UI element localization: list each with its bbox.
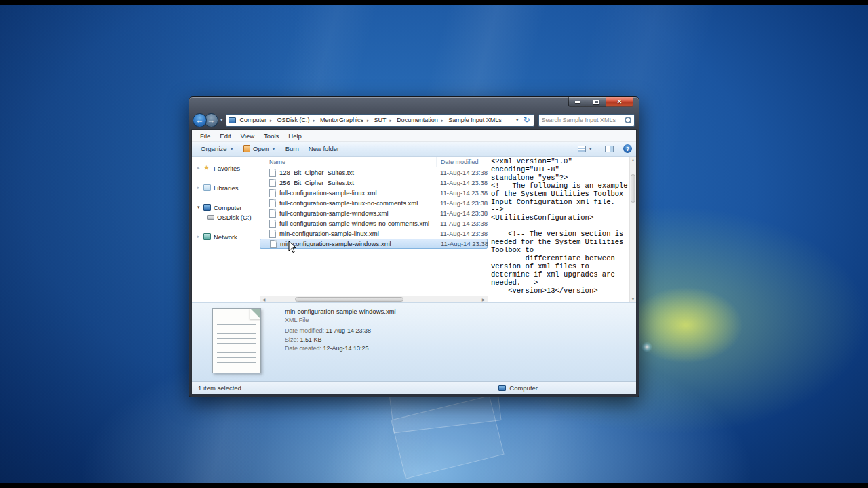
chevron-down-icon[interactable]: ▾	[197, 205, 203, 210]
explorer-window: ← → ▾ Computer OSDisk (C:) MentorGraphic…	[189, 96, 639, 397]
menu-tools[interactable]: Tools	[259, 131, 283, 140]
breadcrumb-item-mentorgraphics[interactable]: MentorGraphics	[319, 116, 373, 124]
folder-location-icon	[229, 117, 236, 123]
file-icon	[269, 179, 276, 187]
scroll-left-icon[interactable]: ◀	[260, 297, 268, 302]
search-input[interactable]	[542, 117, 623, 123]
sidebar-item-osdisk[interactable]: OSDisk (C:)	[192, 212, 260, 222]
details-label: Size:	[285, 336, 298, 343]
file-date: 11-Aug-14 23:38	[437, 240, 488, 247]
breadcrumb: Computer OSDisk (C:) MentorGraphics SUT …	[239, 116, 513, 124]
preview-text: <?xml version="1.0" encoding="UTF-8" sta…	[488, 157, 629, 302]
file-name: full-configuration-sample-linux.xml	[279, 189, 436, 197]
details-value: 12-Aug-14 13:25	[323, 345, 369, 352]
address-dropdown-icon[interactable]: ▾	[513, 117, 521, 123]
help-icon[interactable]	[623, 144, 632, 153]
file-row[interactable]: full-configuration-sample-linux.xml 11-A…	[260, 188, 488, 198]
scrollbar-thumb[interactable]	[631, 174, 635, 203]
scroll-right-icon[interactable]: ▶	[479, 297, 488, 302]
minimize-button[interactable]	[568, 97, 587, 107]
new-folder-button[interactable]: New folder	[304, 144, 344, 154]
sidebar-item-favorites[interactable]: ▸ Favorites	[192, 163, 260, 173]
search-box	[538, 114, 635, 127]
menu-view[interactable]: View	[236, 131, 259, 140]
chevron-right-icon[interactable]: ▸	[197, 185, 203, 190]
chevron-down-icon[interactable]: ▼	[589, 146, 593, 151]
libraries-icon	[203, 184, 211, 191]
breadcrumb-item-sut[interactable]: SUT	[373, 116, 396, 124]
chevron-right-icon[interactable]: ▸	[197, 165, 203, 171]
back-button[interactable]: ←	[193, 113, 207, 127]
column-header-date-modified[interactable]: Date modified	[436, 157, 488, 167]
file-row[interactable]: 128_Bit_Cipher_Suites.txt 11-Aug-14 23:3…	[260, 167, 488, 178]
sidebar-item-libraries[interactable]: ▸ Libraries	[192, 183, 260, 192]
content-area: ▸ Favorites ▸ Libraries ▾ Compute	[192, 157, 636, 302]
scroll-down-icon[interactable]: ▼	[630, 296, 636, 302]
file-row[interactable]: full-configuration-sample-windows-no-com…	[260, 218, 488, 228]
file-row[interactable]: 256_Bit_Cipher_Suites.txt 11-Aug-14 23:3…	[260, 178, 488, 188]
menu-file[interactable]: File	[195, 131, 215, 140]
caption-buttons	[568, 97, 633, 107]
title-bar[interactable]	[189, 97, 639, 112]
navigation-pane: ▸ Favorites ▸ Libraries ▾ Compute	[192, 157, 260, 302]
file-date: 11-Aug-14 23:38	[436, 230, 488, 237]
change-view-icon[interactable]	[578, 146, 586, 152]
preview-pane: <?xml version="1.0" encoding="UTF-8" sta…	[488, 157, 629, 302]
file-name: full-configuration-sample-windows-no-com…	[279, 220, 436, 227]
sidebar-item-network[interactable]: ▸ Network	[192, 232, 260, 241]
breadcrumb-item-sample-input-xmls[interactable]: Sample Input XMLs	[447, 116, 503, 124]
preview-pane-toggle-icon[interactable]	[605, 146, 614, 152]
burn-button[interactable]: Burn	[281, 144, 304, 154]
scrollbar-thumb[interactable]	[295, 297, 403, 302]
vertical-scrollbar[interactable]: ▲ ▼	[629, 157, 636, 302]
file-date: 11-Aug-14 23:38	[436, 179, 488, 186]
sidebar-label: Computer	[214, 204, 242, 211]
file-icon	[269, 230, 276, 238]
file-row[interactable]: full-configuration-sample-windows.xml 11…	[260, 208, 488, 218]
breadcrumb-item-documentation[interactable]: Documentation	[395, 116, 447, 124]
file-name: 128_Bit_Cipher_Suites.txt	[279, 169, 436, 176]
menu-bar: File Edit View Tools Help	[192, 130, 636, 142]
details-value: 11-Aug-14 23:38	[326, 327, 371, 334]
file-name: min-configuration-sample-windows.xml	[280, 240, 437, 247]
close-button[interactable]	[606, 97, 633, 107]
favorites-star-icon	[203, 165, 211, 171]
open-button[interactable]: Open ▼	[239, 144, 281, 154]
status-location-label: Computer	[509, 384, 538, 392]
status-bar: 1 item selected Computer	[192, 381, 636, 394]
maximize-button[interactable]	[587, 97, 606, 107]
address-bar[interactable]: Computer OSDisk (C:) MentorGraphics SUT …	[226, 114, 534, 127]
organize-button[interactable]: Organize ▼	[196, 144, 239, 154]
file-date: 11-Aug-14 23:38	[436, 199, 488, 207]
maximize-icon	[593, 100, 599, 104]
sidebar-item-computer[interactable]: ▾ Computer	[192, 203, 260, 212]
refresh-icon[interactable]: ↻	[521, 115, 532, 125]
column-header-name[interactable]: Name	[260, 157, 436, 167]
breadcrumb-item-computer[interactable]: Computer	[239, 116, 276, 124]
details-filetype: XML File	[285, 317, 396, 323]
scrollbar-track[interactable]	[268, 296, 479, 302]
sidebar-label: Favorites	[214, 165, 240, 172]
breadcrumb-item-osdisk[interactable]: OSDisk (C:)	[276, 116, 319, 124]
search-icon	[623, 116, 631, 124]
mouse-cursor-icon	[288, 241, 297, 253]
menu-edit[interactable]: Edit	[215, 131, 235, 140]
file-name: 256_Bit_Cipher_Suites.txt	[279, 179, 436, 186]
command-toolbar: Organize ▼ Open ▼ Burn New folder	[192, 142, 636, 157]
file-row[interactable]: min-configuration-sample-linux.xml 11-Au…	[260, 228, 488, 239]
details-label: Date modified:	[285, 327, 324, 334]
network-icon	[203, 233, 211, 240]
menu-help[interactable]: Help	[283, 131, 307, 140]
file-row[interactable]: full-configuration-sample-linux-no-comme…	[260, 198, 488, 208]
horizontal-scrollbar[interactable]: ◀ ▶	[260, 296, 488, 302]
history-dropdown-icon[interactable]: ▾	[220, 117, 223, 123]
details-pane: min-configuration-sample-windows.xml XML…	[192, 302, 636, 381]
file-icon	[269, 209, 276, 218]
file-name: full-configuration-sample-linux-no-comme…	[279, 199, 436, 207]
chevron-right-icon[interactable]: ▸	[197, 234, 203, 239]
scroll-up-icon[interactable]: ▲	[630, 157, 636, 163]
file-icon	[269, 199, 276, 207]
forward-icon: →	[208, 115, 216, 125]
document-icon	[212, 308, 261, 373]
open-file-icon	[243, 145, 250, 152]
